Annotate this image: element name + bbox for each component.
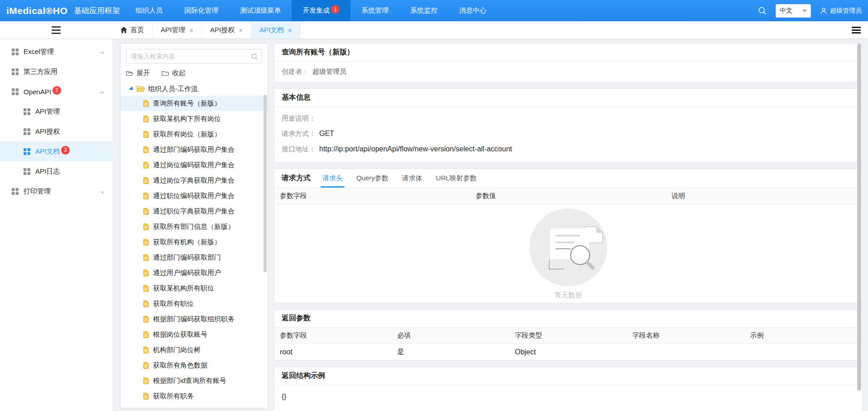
- tree-item-label: 获取某机构下所有岗位: [153, 115, 221, 123]
- basic-info-title: 基本信息: [274, 89, 862, 107]
- chevron-down-icon: [100, 89, 105, 97]
- sidebar-collapse-button[interactable]: [52, 26, 61, 34]
- tree-item-label: 根据部门编码获取组织职务: [153, 315, 235, 324]
- tree-folder-node[interactable]: 组织人员-工作流: [120, 82, 268, 96]
- document-icon: [143, 162, 149, 169]
- page-tab[interactable]: API管理 ×: [153, 21, 202, 39]
- tree-item[interactable]: 根据多个ID获取用户列表: [120, 404, 268, 408]
- document-icon: [143, 331, 149, 338]
- tree-item-list: 查询所有账号（新版） 获取某机构下所有岗位: [120, 96, 268, 408]
- response-table-column: 参数字段: [274, 331, 392, 340]
- method-label: 请求方式：: [282, 130, 316, 138]
- tree-item[interactable]: 根据部门编码获取组织职务: [120, 311, 268, 327]
- request-tab[interactable]: 请求头: [322, 169, 343, 188]
- top-menu-item[interactable]: 系统管理: [350, 0, 399, 21]
- tree-item[interactable]: 获取所有角色数据: [120, 358, 268, 373]
- top-menu-item[interactable]: 消息中心: [448, 0, 497, 21]
- request-tab[interactable]: Query参数: [356, 169, 388, 188]
- search-icon[interactable]: [251, 53, 258, 62]
- creator-row: 创建者： 超级管理员: [274, 68, 862, 76]
- sidebar-item[interactable]: Excel管理: [0, 42, 112, 62]
- tree-item[interactable]: 通过用户编码获取用户: [120, 265, 268, 280]
- response-table-column: 示例: [744, 331, 862, 340]
- tree-item[interactable]: 通过岗位字典获取用户集合: [120, 173, 268, 188]
- tree-item[interactable]: 通过部门编码获取用户集合: [120, 142, 268, 157]
- grid-icon: [12, 68, 19, 75]
- request-table-column: 说明: [666, 192, 862, 200]
- tree-item-label: 获取某机构所有职位: [153, 284, 214, 293]
- tree-item[interactable]: 通过部门编码获取部门: [120, 250, 268, 265]
- topbar-right: 中文 超级管理员: [758, 4, 862, 18]
- content-scrollbar[interactable]: [857, 44, 861, 391]
- notification-badge: 1: [331, 5, 340, 14]
- tree-item[interactable]: 根据岗位获取账号: [120, 327, 268, 342]
- tree-item-label: 机构部门岗位树: [153, 346, 201, 354]
- sidebar-item[interactable]: API授权: [0, 121, 112, 141]
- page-tab[interactable]: API授权 ×: [202, 21, 251, 39]
- top-nav-bar: iMedical®HO 基础应用框架 组织人员 国际化管理 测试顶级菜单: [0, 0, 868, 21]
- tree-item[interactable]: 根据部门id查询所有账号: [120, 373, 268, 388]
- close-icon[interactable]: ×: [189, 27, 193, 34]
- expand-all-button[interactable]: 展开: [126, 69, 150, 77]
- tree-search-input[interactable]: [126, 49, 262, 63]
- brand-logo: iMedical®HO: [6, 5, 67, 16]
- tree-item[interactable]: 获取某机构所有职位: [120, 280, 268, 296]
- top-menu-item[interactable]: 组织人员: [125, 0, 173, 21]
- tree-item-label: 获取所有角色数据: [153, 361, 207, 370]
- tree-scrollbar[interactable]: [264, 95, 267, 272]
- api-tree-panel: 展开 收起 组织人员-工作流: [120, 43, 268, 408]
- expanded-arrow-icon[interactable]: [129, 86, 134, 92]
- tree-item[interactable]: 查询所有账号（新版）: [120, 96, 268, 111]
- request-tab[interactable]: 请求体: [402, 169, 422, 188]
- sidebar-item-label: OpenAPI: [24, 88, 51, 96]
- search-icon[interactable]: [758, 6, 767, 15]
- sidebar-item[interactable]: API文档 3: [0, 141, 112, 161]
- tree-item[interactable]: 通过职位字典获取用户集合: [120, 203, 268, 219]
- sidebar-item[interactable]: API日志: [0, 161, 112, 181]
- sidebar-item[interactable]: API管理: [0, 102, 112, 121]
- request-section-title: 请求方式: [282, 169, 311, 188]
- request-tab[interactable]: URL映射参数: [436, 169, 477, 188]
- page-tab[interactable]: 首页: [112, 21, 153, 39]
- user-menu[interactable]: 超级管理员: [820, 7, 862, 15]
- tree-item-label: 通过部门编码获取部门: [153, 253, 221, 262]
- tree-item-label: 通过职位字典获取用户集合: [153, 207, 235, 216]
- tree-item[interactable]: 获取所有岗位（新版）: [120, 126, 268, 142]
- collapse-all-button[interactable]: 收起: [162, 69, 186, 77]
- document-icon: [143, 377, 149, 384]
- app-window: iMedical®HO 基础应用框架 组织人员 国际化管理 测试顶级菜单: [0, 0, 868, 411]
- folder-open-icon: [126, 70, 133, 77]
- tree-item[interactable]: 通过职位编码获取用户集合: [120, 188, 268, 203]
- request-table-column: 参数字段: [274, 192, 470, 200]
- document-icon: [143, 408, 149, 409]
- page-tab[interactable]: API文档 ×: [251, 21, 301, 39]
- tree-item[interactable]: 获取某机构下所有岗位: [120, 111, 268, 126]
- response-params-card: 返回参数 参数字段必填字段类型字段名称示例 root 是 Object: [274, 309, 863, 361]
- tree-item-label: 获取所有职位: [153, 300, 194, 308]
- url-label: 接口地址：: [282, 145, 316, 154]
- top-menu-item[interactable]: 开发集成 1: [292, 0, 350, 21]
- tab-options-button[interactable]: [852, 27, 861, 34]
- sidebar-item[interactable]: 第三方应用: [0, 62, 112, 82]
- top-menu-item[interactable]: 系统监控: [399, 0, 448, 21]
- tree-item[interactable]: 获取所有机构（新版）: [120, 234, 268, 250]
- tree-item[interactable]: 通过岗位编码获取用户集合: [120, 157, 268, 173]
- top-menu-item[interactable]: 国际化管理: [173, 0, 229, 21]
- response-table-header: 参数字段必填字段类型字段名称示例: [274, 328, 862, 344]
- close-icon[interactable]: ×: [288, 27, 292, 34]
- tree-item[interactable]: 机构部门岗位树: [120, 342, 268, 358]
- tree-item-label: 通过部门编码获取用户集合: [153, 145, 235, 154]
- tree-item[interactable]: 获取所有职务: [120, 388, 268, 404]
- response-params-title: 返回参数: [274, 309, 862, 328]
- tree-item[interactable]: 获取所有部门信息（新版）: [120, 219, 268, 234]
- sidebar-item[interactable]: 打印管理: [0, 181, 112, 201]
- tree-item[interactable]: 获取所有职位: [120, 296, 268, 311]
- tree-item-label: 查询所有账号（新版）: [153, 99, 221, 108]
- top-menu-item[interactable]: 测试顶级菜单: [229, 0, 292, 21]
- chevron-down-icon: [100, 189, 105, 196]
- sidebar-item[interactable]: OpenAPI 2: [0, 82, 112, 102]
- main-area: Excel管理 第三方应用: [0, 39, 868, 411]
- language-select[interactable]: 中文: [776, 4, 811, 18]
- close-icon[interactable]: ×: [239, 27, 243, 34]
- grid-icon: [24, 168, 30, 175]
